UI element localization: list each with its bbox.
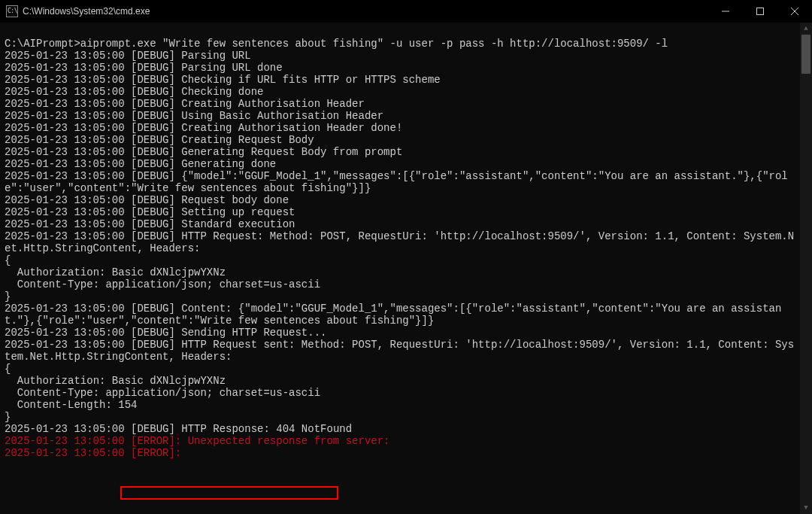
close-icon: [791, 8, 798, 15]
minimize-icon: [722, 8, 729, 15]
console-line: 2025-01-23 13:05:00 [DEBUG] {"model":"GG…: [5, 170, 800, 194]
console-line: 2025-01-23 13:05:00 [DEBUG] Parsing URL: [5, 50, 800, 62]
console-line: Authorization: Basic dXNlcjpwYXNz: [5, 266, 800, 278]
console-line: 2025-01-23 13:05:00 [DEBUG] Generating R…: [5, 146, 800, 158]
console-line: [5, 26, 800, 38]
cmd-icon: C:\: [6, 5, 18, 17]
scroll-up-arrow-icon[interactable]: ▲: [800, 23, 812, 35]
minimize-button[interactable]: [708, 0, 743, 23]
console-error-line: 2025-01-23 13:05:00 [ERROR]: Unexpected …: [5, 435, 800, 447]
console-line: C:\AIPrompt>aiprompt.exe "Write few sent…: [5, 38, 800, 50]
log-prefix: 2025-01-23 13:05:00: [5, 423, 131, 435]
console-line: {: [5, 254, 800, 266]
console-line: 2025-01-23 13:05:00 [DEBUG] Checking if …: [5, 74, 800, 86]
console-line: 2025-01-23 13:05:00 [DEBUG] Parsing URL …: [5, 62, 800, 74]
console-line: 2025-01-23 13:05:00 [DEBUG] Creating Aut…: [5, 122, 800, 134]
console-line: }: [5, 290, 800, 303]
console-line: 2025-01-23 13:05:00 [DEBUG] HTTP Request…: [5, 230, 800, 254]
console-line: 2025-01-23 13:05:00 [DEBUG] Creating Aut…: [5, 98, 800, 110]
console-line: 2025-01-23 13:05:00 [DEBUG] HTTP Request…: [5, 339, 800, 363]
console-line: Content-Length: 154: [5, 399, 800, 411]
scroll-thumb[interactable]: [801, 35, 810, 74]
console-area: C:\AIPrompt>aiprompt.exe "Write few sent…: [0, 23, 812, 514]
window-titlebar: C:\ C:\Windows\System32\cmd.exe: [0, 0, 812, 23]
window-controls: [708, 0, 812, 23]
console-line: 2025-01-23 13:05:00 [DEBUG] Sending HTTP…: [5, 327, 800, 339]
console-line: Content-Type: application/json; charset=…: [5, 387, 800, 399]
http-response-highlighted: [DEBUG] HTTP Response: 404 NotFound: [131, 423, 352, 435]
console-line: 2025-01-23 13:05:00 [DEBUG] HTTP Respons…: [5, 423, 800, 435]
console-error-line: 2025-01-23 13:05:00 [ERROR]:: [5, 447, 800, 459]
maximize-icon: [756, 8, 764, 15]
console-line: 2025-01-23 13:05:00 [DEBUG] Generating d…: [5, 158, 800, 170]
console-line: 2025-01-23 13:05:00 [DEBUG] Standard exe…: [5, 218, 800, 230]
vertical-scrollbar[interactable]: ▲ ▼: [800, 23, 812, 514]
console-line: }: [5, 411, 800, 423]
maximize-button[interactable]: [743, 0, 777, 23]
console-line: 2025-01-23 13:05:00 [DEBUG] Creating Req…: [5, 134, 800, 146]
console-line: 2025-01-23 13:05:00 [DEBUG] Content: {"m…: [5, 303, 800, 327]
scroll-down-arrow-icon[interactable]: ▼: [800, 502, 812, 514]
svg-rect-1: [757, 8, 764, 15]
console-line: 2025-01-23 13:05:00 [DEBUG] Checking don…: [5, 86, 800, 98]
console-line: 2025-01-23 13:05:00 [DEBUG] Request body…: [5, 194, 800, 206]
console-line: 2025-01-23 13:05:00 [DEBUG] Using Basic …: [5, 110, 800, 122]
window-title: C:\Windows\System32\cmd.exe: [23, 6, 150, 17]
console-line: 2025-01-23 13:05:00 [DEBUG] Setting up r…: [5, 206, 800, 218]
console-line: {: [5, 363, 800, 375]
close-button[interactable]: [777, 0, 812, 23]
console-line: Content-Type: application/json; charset=…: [5, 278, 800, 290]
console-line: Authorization: Basic dXNlcjpwYXNz: [5, 375, 800, 387]
console-output[interactable]: C:\AIPrompt>aiprompt.exe "Write few sent…: [0, 23, 800, 514]
